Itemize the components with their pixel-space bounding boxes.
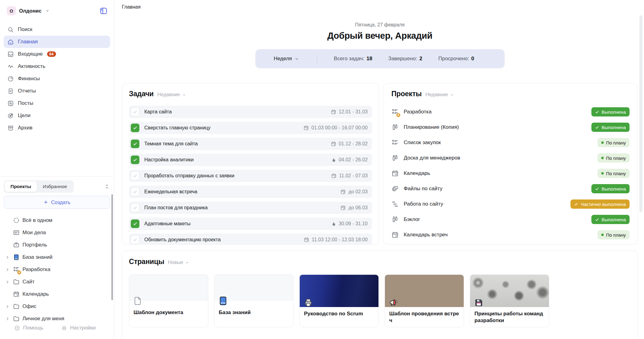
sidebar-item-label: Главная [18, 39, 38, 45]
sidebar-project-label: Разработка [22, 266, 50, 273]
task-dates: 11.03 12:00 - 12.03 18:00 [304, 237, 368, 242]
stat-item: Всего задач:18 [334, 56, 372, 62]
task-row[interactable]: Темная тема для сайта01.12 - 28.02 [129, 138, 372, 150]
briefcase-icon [13, 242, 20, 248]
sidebar-toggle-icon[interactable] [99, 7, 108, 15]
sidebar-project-personal[interactable]: Личное для меня [4, 313, 110, 325]
workspace-switcher[interactable]: О Олдонис [0, 0, 114, 15]
tab-projects[interactable]: Проекты [5, 181, 37, 192]
tab-favorites[interactable]: Избранное [37, 181, 73, 192]
pages-card: Страницы Новые Шаблон документаБаза знан… [122, 250, 638, 339]
sidebar-project-label: Календарь [22, 291, 49, 297]
stats-divider [317, 54, 317, 63]
sidebar-project-label: Сайт [22, 279, 34, 285]
task-checkbox-checked[interactable] [131, 124, 139, 132]
page-tile[interactable]: Шаблон проведения встреч [385, 274, 464, 327]
task-checkbox[interactable] [131, 187, 139, 196]
main-scrollbar[interactable] [639, 15, 642, 212]
stat-label: Всего задач: [334, 56, 364, 62]
project-name: Доска для менеджеров [404, 155, 593, 161]
page-tile[interactable]: Руководство по Scrum [299, 274, 379, 327]
project-row[interactable]: Работа по сайтуЧастично выполнена [391, 196, 630, 212]
sidebar-item-reports[interactable]: Отчеты [4, 85, 110, 97]
project-row[interactable]: БэклогВыполнена [391, 212, 630, 227]
task-checkbox-checked[interactable] [131, 219, 139, 228]
sidebar-item-posts[interactable]: Посты [4, 97, 110, 109]
chevron-right-icon[interactable] [5, 267, 10, 272]
page-tile[interactable]: Шаблон документа [129, 274, 208, 327]
pages-filter-dropdown[interactable]: Новые [168, 260, 189, 265]
chevron-down-icon [185, 261, 189, 265]
sidebar-scrollbar[interactable] [111, 194, 113, 300]
task-row[interactable]: Сверстать главную страницу01.03 00:00 - … [129, 122, 372, 134]
page-tile[interactable]: База знаний [214, 274, 294, 327]
task-row[interactable]: Адаптивные макеты30.09 - 31.10 [129, 218, 372, 230]
create-project-button[interactable]: Создать [4, 196, 110, 209]
task-checkbox[interactable] [131, 171, 139, 180]
stats-bar: Неделя Всего задач:18Завершено:2Просроче… [255, 49, 505, 68]
project-row[interactable]: Доска для менеджеровПо плану [391, 150, 630, 166]
task-checkbox[interactable] [131, 203, 139, 212]
chevron-right-icon[interactable] [5, 317, 10, 321]
sidebar-item-home[interactable]: Главная [4, 36, 110, 48]
status-badge: Выполнена [591, 123, 630, 132]
pages-filter-label: Новые [168, 260, 183, 265]
page-tile-label: Шаблон документа [134, 309, 204, 316]
sidebar-item-label: Активность [18, 63, 45, 69]
project-row[interactable]: Календарь встречПо плану [391, 227, 630, 242]
task-row[interactable]: План постов для праздникадо 06.03 [129, 202, 372, 214]
page-tile-label: Руководство по Scrum [304, 310, 374, 317]
sidebar-project-portfolio[interactable]: Портфель [4, 239, 110, 251]
task-row[interactable]: Еженедельная встречадо 02.03 [129, 186, 372, 198]
folder-icon [13, 303, 20, 310]
period-dropdown[interactable]: Неделя [274, 56, 299, 62]
projects-filter-dropdown[interactable]: Недавние [425, 92, 454, 97]
task-dates: до 06.03 [340, 205, 368, 211]
chevron-right-icon[interactable] [5, 304, 10, 309]
project-name: Работа по сайту [404, 201, 566, 207]
sidebar-project-calendar[interactable]: Календарь [4, 288, 110, 300]
sidebar-project-office[interactable]: Офис [4, 300, 110, 313]
task-checkbox-checked[interactable] [131, 156, 139, 164]
project-row[interactable]: Список закупокПо плану [391, 135, 630, 150]
task-row[interactable]: Проработать отправку данных с заявки11.0… [129, 170, 372, 182]
settings-button[interactable]: Настройки [61, 325, 96, 331]
task-row[interactable]: Карта сайта12.01 - 31.03 [129, 106, 372, 118]
project-row[interactable]: Планирование (Копия)Выполнена [391, 120, 630, 135]
task-checkbox[interactable] [131, 235, 139, 244]
stat-value: 18 [366, 56, 372, 62]
task-row[interactable]: Настройка аналитики04.02 - 26.02 [129, 154, 372, 166]
sidebar-project-development[interactable]: ★Разработка [4, 263, 110, 276]
sidebar-project-knowledge-base[interactable]: База знаний [4, 251, 110, 263]
sidebar-item-search[interactable]: Поиск [4, 23, 110, 36]
sidebar-item-archive[interactable]: Архив [4, 122, 110, 134]
chevron-right-icon[interactable] [5, 255, 10, 260]
sidebar-item-inbox[interactable]: Входящие64 [4, 48, 110, 60]
task-checkbox[interactable] [131, 108, 139, 116]
sidebar-item-activity[interactable]: Активность [4, 60, 110, 73]
task-date-text: 30.09 - 31.10 [339, 221, 368, 227]
chevron-right-icon[interactable] [5, 280, 10, 284]
sidebar-item-label: Архив [18, 125, 33, 131]
dashed-circle-icon [13, 217, 20, 224]
project-row[interactable]: ★РазработкаВыполнена [391, 104, 630, 120]
task-row[interactable]: Обновить документацию проекта11.03 12:00… [129, 234, 372, 245]
collapse-section-icon[interactable] [104, 183, 110, 190]
sidebar-project-site[interactable]: Сайт [4, 276, 110, 288]
sidebar-item-goals[interactable]: Цели [4, 109, 110, 122]
calendar-icon [304, 237, 309, 242]
task-dates: 01.12 - 28.02 [331, 141, 368, 147]
chevron-down-icon [45, 9, 50, 13]
archive-icon [7, 125, 14, 131]
sidebar-project-my-tasks[interactable]: Мои дела [4, 227, 110, 239]
page-tile[interactable]: Принципы работы команд разработки [470, 274, 549, 327]
calendar-icon [391, 170, 399, 177]
task-checkbox-checked[interactable] [131, 140, 139, 148]
project-row[interactable]: КалендарьПо плану [391, 166, 630, 181]
sidebar-item-finance[interactable]: Финансы [4, 73, 110, 85]
sidebar-project-all-in-one[interactable]: Всё в одном [4, 214, 110, 227]
project-row[interactable]: Файлы по сайтуВыполнена [391, 181, 630, 196]
task-title: Обновить документацию проекта [144, 237, 299, 242]
tasks-filter-dropdown[interactable]: Недавние [157, 92, 186, 97]
help-button[interactable]: ? Помощь [14, 325, 43, 331]
